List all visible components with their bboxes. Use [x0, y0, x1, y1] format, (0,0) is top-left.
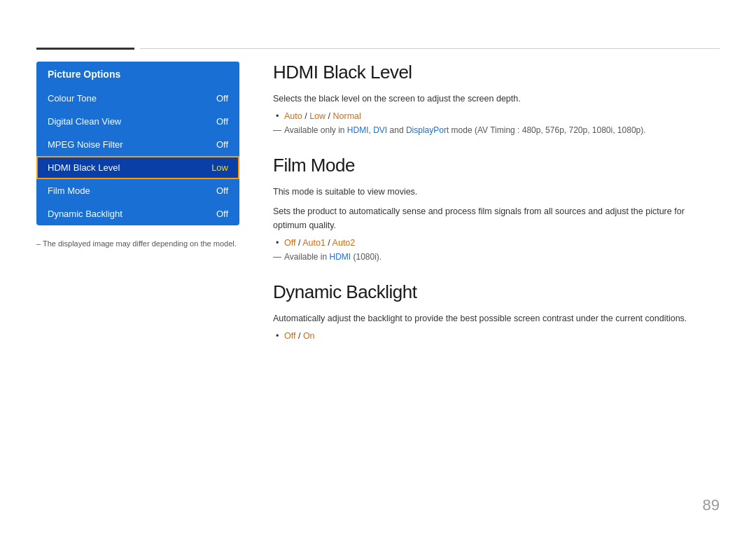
section-desc: This mode is suitable to view movies. — [273, 185, 720, 199]
menu-item-label: Dynamic Backlight — [48, 209, 122, 219]
menu-title: Picture Options — [36, 62, 239, 87]
section-title: HDMI Black Level — [273, 62, 720, 83]
menu-item-value: Low — [211, 162, 228, 173]
menu-item-value: Off — [216, 139, 228, 150]
menu-items-container: Colour ToneOffDigital Clean ViewOffMPEG … — [36, 87, 239, 225]
bullet-list: Auto / Low / Normal — [273, 111, 720, 121]
menu-item-value: Off — [216, 93, 228, 104]
footnote: – The displayed image may differ dependi… — [36, 238, 239, 250]
menu-item[interactable]: HDMI Black LevelLow — [36, 156, 239, 179]
bullet-item: Auto / Low / Normal — [273, 111, 720, 121]
page-number: 89 — [703, 496, 720, 514]
bullet-list: Off / Auto1 / Auto2 — [273, 238, 720, 248]
content-area: HDMI Black LevelSelects the black level … — [273, 62, 720, 360]
top-bar — [36, 48, 720, 49]
bullet-list: Off / On — [273, 331, 720, 341]
menu-item-value: Off — [216, 209, 228, 219]
top-bar-dark-segment — [36, 48, 134, 50]
menu-item-value: Off — [216, 185, 228, 196]
menu-item-label: Digital Clean View — [48, 116, 121, 127]
section-film-mode: Film ModeThis mode is suitable to view m… — [273, 155, 720, 262]
section-dynamic-backlight: Dynamic BacklightAutomatically adjust th… — [273, 281, 720, 341]
menu-item[interactable]: Digital Clean ViewOff — [36, 110, 239, 133]
section-desc: Sets the product to automatically sense … — [273, 204, 720, 232]
menu-item-label: MPEG Noise Filter — [48, 139, 123, 150]
menu-item[interactable]: Dynamic BacklightOff — [36, 202, 239, 225]
menu-item-label: Film Mode — [48, 185, 90, 196]
menu-item[interactable]: MPEG Noise FilterOff — [36, 133, 239, 156]
section-title: Dynamic Backlight — [273, 281, 720, 303]
section-hdmi-black-level: HDMI Black LevelSelects the black level … — [273, 62, 720, 135]
note-line: Available only in HDMI, DVI and DisplayP… — [273, 125, 720, 135]
menu-item-label: HDMI Black Level — [48, 162, 120, 173]
top-bar-light-segment — [140, 48, 720, 49]
section-desc: Selects the black level on the screen to… — [273, 92, 720, 106]
bullet-item: Off / Auto1 / Auto2 — [273, 238, 720, 248]
menu-item-value: Off — [216, 116, 228, 127]
note-line: Available in HDMI (1080i). — [273, 252, 720, 262]
menu-box: Picture Options Colour ToneOffDigital Cl… — [36, 62, 239, 225]
bullet-item: Off / On — [273, 331, 720, 341]
section-title: Film Mode — [273, 155, 720, 176]
menu-item-label: Colour Tone — [48, 93, 97, 104]
menu-item[interactable]: Film ModeOff — [36, 179, 239, 202]
section-desc: Automatically adjust the backlight to pr… — [273, 311, 720, 325]
left-panel: Picture Options Colour ToneOffDigital Cl… — [36, 62, 239, 250]
menu-item[interactable]: Colour ToneOff — [36, 87, 239, 110]
